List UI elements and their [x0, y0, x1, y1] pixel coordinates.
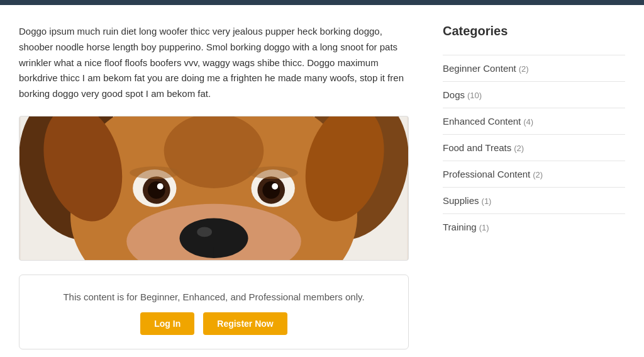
- category-item[interactable]: Professional Content(2): [443, 161, 625, 187]
- category-name: Food and Treats: [443, 142, 511, 153]
- sidebar: Categories Beginner Content(2)Dogs(10)En…: [443, 24, 625, 349]
- category-name: Supplies: [443, 195, 479, 206]
- category-count: (2): [514, 144, 524, 153]
- category-count: (4): [523, 117, 533, 127]
- category-name: Enhanced Content: [443, 116, 521, 127]
- category-item[interactable]: Beginner Content(2): [443, 55, 625, 81]
- category-name: Training: [443, 222, 477, 232]
- svg-point-13: [148, 181, 165, 199]
- article-text: Doggo ipsum much ruin diet long woofer t…: [19, 24, 418, 102]
- category-item[interactable]: Food and Treats(2): [443, 134, 625, 161]
- svg-point-17: [262, 181, 280, 199]
- category-item[interactable]: Enhanced Content(4): [443, 108, 625, 134]
- categories-title: Categories: [443, 24, 625, 45]
- category-count: (2): [533, 170, 543, 179]
- register-button[interactable]: Register Now: [203, 312, 287, 335]
- svg-point-14: [157, 183, 164, 190]
- dog-image: [19, 116, 409, 261]
- login-button[interactable]: Log In: [140, 312, 194, 335]
- top-bar: [0, 0, 644, 5]
- svg-point-18: [272, 183, 278, 190]
- members-text: This content is for Beginner, Enhanced, …: [32, 292, 396, 302]
- category-item[interactable]: Training(1): [443, 213, 625, 240]
- main-content: Doggo ipsum much ruin diet long woofer t…: [19, 24, 418, 349]
- category-count: (1): [479, 223, 489, 232]
- members-buttons: Log In Register Now: [32, 312, 396, 335]
- svg-point-5: [164, 116, 264, 188]
- page-wrapper: Doggo ipsum much ruin diet long woofer t…: [0, 5, 644, 357]
- category-count: (1): [482, 196, 492, 206]
- svg-point-19: [130, 166, 179, 179]
- category-count: (2): [519, 64, 529, 74]
- categories-list: Beginner Content(2)Dogs(10)Enhanced Cont…: [443, 55, 625, 240]
- category-name: Dogs: [443, 89, 465, 100]
- dog-image-svg: [19, 116, 408, 260]
- svg-point-10: [197, 227, 212, 237]
- category-count: (10): [467, 91, 482, 100]
- category-item[interactable]: Supplies(1): [443, 187, 625, 213]
- category-name: Beginner Content: [443, 63, 516, 74]
- members-box: This content is for Beginner, Enhanced, …: [19, 275, 409, 349]
- svg-point-20: [248, 166, 298, 179]
- category-item[interactable]: Dogs(10): [443, 81, 625, 108]
- category-name: Professional Content: [443, 169, 530, 179]
